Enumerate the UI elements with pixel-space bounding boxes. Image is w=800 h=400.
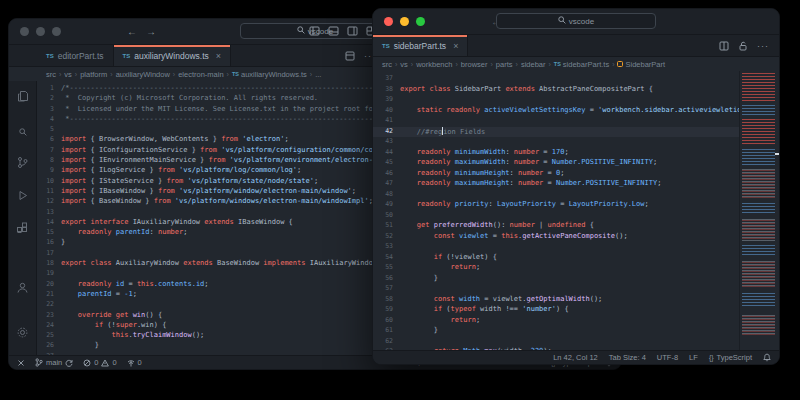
code-line-59[interactable]: 59 if (typeof width !== 'number') { — [373, 305, 739, 316]
breadcrumb-item-browser[interactable]: browser — [461, 60, 488, 69]
code-line-62[interactable]: 62 — [373, 337, 739, 348]
code-line-58[interactable]: 58 const width = viewlet.getOptimalWidth… — [373, 295, 739, 306]
code-line-42[interactable]: 42 //#region Fields — [373, 127, 739, 138]
breadcrumb-separator: › — [59, 71, 61, 78]
line-number: 37 — [373, 74, 400, 85]
code-line-53[interactable]: 53 — [373, 242, 739, 253]
code-line-40[interactable]: 40 static readonly activeViewletSettings… — [373, 106, 739, 117]
breadcrumb-item-src[interactable]: src — [46, 70, 56, 79]
settings-gear-icon[interactable] — [16, 325, 29, 343]
status-item-tab-size-4[interactable]: Tab Size: 4 — [609, 353, 646, 362]
status-item-main[interactable]: main — [35, 358, 73, 367]
code-line-63[interactable]: 63 return Math.max(width, 320); — [373, 347, 739, 350]
status-item[interactable] — [17, 359, 25, 367]
status-item-0[interactable]: 00 — [83, 358, 116, 367]
explorer-icon[interactable] — [16, 89, 29, 107]
command-center-search[interactable]: vscode — [496, 13, 656, 29]
code-line-38[interactable]: 38export class SidebarPart extends Abstr… — [373, 85, 739, 96]
code-line-51[interactable]: 51 get preferredWidth(): number | undefi… — [373, 221, 739, 232]
code-line-57[interactable]: 57 — [373, 284, 739, 295]
breadcrumb-item-...[interactable]: ... — [315, 70, 321, 79]
code-line-44[interactable]: 44 readonly minimumWidth: number = 170; — [373, 148, 739, 159]
toggle-panel-icon[interactable] — [328, 26, 339, 36]
status-item[interactable] — [763, 353, 771, 362]
search-icon[interactable] — [19, 122, 27, 140]
forward-arrow-icon[interactable]: → — [146, 26, 156, 37]
minimap-code-block — [742, 245, 775, 255]
breadcrumb-item-platform[interactable]: platform — [80, 70, 107, 79]
code-text: * Copyright (c) Microsoft Corporation. A… — [61, 94, 318, 104]
code-text: const width = viewlet.getOptimalWidth(); — [400, 295, 602, 306]
breadcrumb-item-auxiliaryWindow[interactable]: auxiliaryWindow — [116, 70, 170, 79]
accounts-icon[interactable] — [16, 280, 29, 298]
minimize-window-button[interactable] — [36, 27, 45, 36]
code-line-43[interactable]: 43 — [373, 137, 739, 148]
breadcrumb-separator: › — [173, 71, 175, 78]
close-tab-icon[interactable]: × — [453, 41, 458, 51]
code-editor[interactable]: 3738export class SidebarPart extends Abs… — [373, 71, 739, 350]
status-item-ln-42-col-12[interactable]: Ln 42, Col 12 — [553, 353, 598, 362]
code-text: //#region Fields — [400, 127, 485, 138]
code-line-41[interactable]: 41 — [373, 116, 739, 127]
breadcrumb-item-parts[interactable]: parts — [496, 60, 513, 69]
code-line-54[interactable]: 54 if (!viewlet) { — [373, 253, 739, 264]
status-item-utf-8[interactable]: UTF-8 — [657, 353, 678, 362]
breadcrumb-item-sidebarPart.ts[interactable]: TSsidebarPart.ts — [554, 60, 609, 69]
code-line-39[interactable]: 39 — [373, 95, 739, 106]
breadcrumb-item-workbench[interactable]: workbench — [416, 60, 452, 69]
extensions-icon[interactable] — [16, 221, 29, 239]
minimap[interactable] — [739, 71, 779, 350]
code-line-50[interactable]: 50 — [373, 211, 739, 222]
code-text: if (!super.win) { — [61, 321, 166, 331]
code-line-52[interactable]: 52 const viewlet = this.getActivePaneCom… — [373, 232, 739, 243]
unlock-icon[interactable] — [738, 37, 748, 55]
status-item-0[interactable]: 0 — [127, 358, 142, 367]
code-line-46[interactable]: 46 readonly minimumHeight: number = 0; — [373, 169, 739, 180]
toggle-secondary-sidebar-icon[interactable] — [347, 26, 358, 36]
line-number: 40 — [373, 106, 400, 117]
split-editor-icon[interactable] — [719, 37, 729, 55]
zoom-window-button[interactable] — [52, 27, 61, 36]
breadcrumb-item-vs[interactable]: vs — [400, 60, 408, 69]
code-line-48[interactable]: 48 — [373, 190, 739, 201]
close-window-button[interactable] — [384, 17, 393, 26]
tab-sidebarPart.ts[interactable]: TSsidebarPart.ts× — [373, 35, 468, 56]
tab-editorPart.ts[interactable]: TSeditorPart.ts — [37, 45, 114, 66]
minimize-window-button[interactable] — [400, 17, 409, 26]
breadcrumb-item-auxiliaryWindows.ts[interactable]: TSauxiliaryWindows.ts — [232, 70, 307, 79]
code-line-49[interactable]: 49 readonly priority: LayoutPriority = L… — [373, 200, 739, 211]
breadcrumb-item-src[interactable]: src — [382, 60, 392, 69]
code-text: } — [61, 341, 99, 351]
code-line-56[interactable]: 56 } — [373, 274, 739, 285]
code-line-37[interactable]: 37 — [373, 74, 739, 85]
editor-layout-icon[interactable] — [345, 47, 355, 65]
breadcrumb-separator: › — [310, 71, 312, 78]
tab-auxiliaryWindows.ts[interactable]: TSauxiliaryWindows.ts× — [114, 45, 232, 66]
close-tab-icon[interactable]: × — [216, 51, 221, 61]
code-text: import { ILogService } from 'vs/platform… — [61, 166, 301, 176]
close-window-button[interactable] — [20, 27, 29, 36]
sync-icon — [65, 359, 73, 367]
code-line-60[interactable]: 60 return; — [373, 316, 739, 327]
status-item-lf[interactable]: LF — [689, 353, 698, 362]
symbol-class-icon — [617, 61, 623, 67]
code-line-61[interactable]: 61 } — [373, 326, 739, 337]
status-item-typescript[interactable]: {}TypeScript — [709, 353, 752, 362]
code-line-47[interactable]: 47 readonly maximumHeight: number = Numb… — [373, 179, 739, 190]
titlebar[interactable]: ← → vscode — [373, 9, 779, 35]
breadcrumb-item-sidebar[interactable]: sidebar — [521, 60, 546, 69]
code-text: import { BaseWindow } from 'vs/platform/… — [61, 197, 373, 207]
zoom-window-button[interactable] — [416, 17, 425, 26]
code-text: } — [61, 238, 65, 248]
breadcrumb-item-vs[interactable]: vs — [64, 70, 72, 79]
run-debug-icon[interactable] — [16, 188, 29, 206]
line-number: 54 — [373, 253, 400, 264]
code-line-45[interactable]: 45 readonly maximumWidth: number = Numbe… — [373, 158, 739, 169]
back-arrow-icon[interactable]: ← — [127, 26, 137, 37]
code-line-55[interactable]: 55 return; — [373, 263, 739, 274]
more-actions-icon[interactable]: ··· — [757, 41, 769, 51]
breadcrumb-item-electron-main[interactable]: electron-main — [178, 70, 223, 79]
breadcrumb-item-SidebarPart[interactable]: SidebarPart — [617, 60, 665, 69]
toggle-primary-sidebar-icon[interactable] — [309, 26, 320, 36]
source-control-icon[interactable] — [16, 155, 29, 173]
